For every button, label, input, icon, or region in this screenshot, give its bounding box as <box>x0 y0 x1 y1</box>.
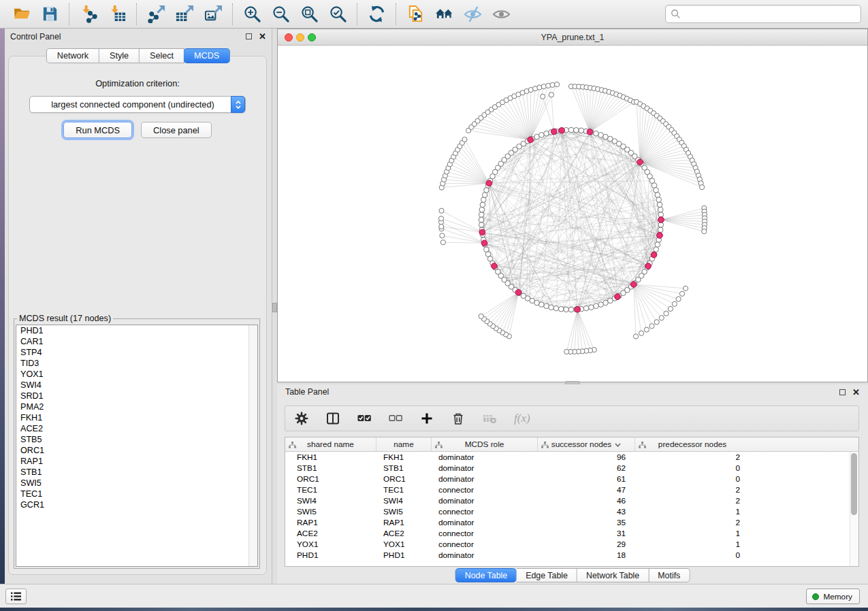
network-window-titlebar[interactable]: YPA_prune.txt_1 <box>278 29 867 46</box>
column-header-successor-nodes[interactable]: successor nodes <box>538 437 635 451</box>
save-icon[interactable] <box>35 2 64 27</box>
task-history-button[interactable] <box>5 589 27 604</box>
mcds-result-item[interactable]: PHD1 <box>16 325 257 336</box>
run-mcds-button[interactable]: Run MCDS <box>63 122 132 138</box>
tab-select[interactable]: Select <box>140 48 184 63</box>
select-all-icon[interactable] <box>357 412 371 425</box>
cell-name: STB1 <box>376 463 432 473</box>
mcds-result-item[interactable]: STB1 <box>16 467 257 478</box>
table-type-tabs: Node TableEdge TableNetwork TableMotifs <box>455 568 690 582</box>
table-row[interactable]: ACE2ACE2connector311 <box>285 528 858 539</box>
tab-mcds[interactable]: MCDS <box>184 48 230 63</box>
cell-successor-nodes: 47 <box>538 485 635 495</box>
table-scrollbar-thumb[interactable] <box>851 453 857 515</box>
show-all-icon[interactable] <box>487 2 515 27</box>
first-neighbors-icon[interactable] <box>430 2 458 27</box>
mcds-result-item[interactable]: GCR1 <box>16 499 257 510</box>
refresh-icon[interactable] <box>362 2 391 27</box>
table-row[interactable]: RAP1RAP1dominator352 <box>285 517 858 528</box>
close-panel-button[interactable]: Close panel <box>141 122 212 138</box>
zoom-selected-icon[interactable] <box>323 2 352 27</box>
float-panel-icon[interactable] <box>246 33 252 39</box>
table-row[interactable]: ORC1ORC1dominator610 <box>285 474 858 484</box>
close-panel-icon[interactable]: ✕ <box>259 32 266 41</box>
splitter-grabber[interactable] <box>272 303 277 312</box>
mcds-result-item[interactable]: FKH1 <box>16 412 257 423</box>
mcds-result-title: MCDS result (17 nodes) <box>17 314 113 323</box>
mcds-result-item[interactable]: SRD1 <box>16 391 257 401</box>
network-canvas[interactable] <box>278 46 867 382</box>
cell-successor-nodes: 35 <box>538 518 635 527</box>
cell-successor-nodes: 61 <box>538 474 635 484</box>
mcds-result-item[interactable]: TEC1 <box>16 489 257 499</box>
column-header-predecessor-nodes[interactable]: predecessor nodes <box>635 437 750 451</box>
table-scrollbar[interactable] <box>850 452 858 566</box>
gear-icon[interactable] <box>295 412 308 425</box>
mcds-result-item[interactable]: ACE2 <box>16 423 257 434</box>
tab-motifs[interactable]: Motifs <box>649 568 690 582</box>
table-row[interactable]: SWI5SWI5connector431 <box>285 506 858 517</box>
export-image-icon[interactable] <box>199 2 227 27</box>
column-header-shared-name[interactable]: shared name <box>285 437 376 451</box>
table-row[interactable]: PHD1PHD1dominator180 <box>285 550 858 561</box>
minimize-window-icon[interactable] <box>296 33 304 42</box>
open-file-icon[interactable] <box>7 2 35 27</box>
table-columns-icon[interactable] <box>326 412 340 425</box>
table-row[interactable]: FKH1FKH1dominator962 <box>285 452 858 463</box>
add-icon[interactable] <box>420 412 434 425</box>
cell-shared-name: YOX1 <box>285 540 376 549</box>
mcds-result-item[interactable]: SWI5 <box>16 478 257 489</box>
table-row[interactable]: YOX1YOX1connector291 <box>285 539 858 550</box>
mcds-list-scrollbar[interactable] <box>248 325 257 566</box>
close-window-icon[interactable] <box>285 33 293 42</box>
network-view[interactable] <box>278 46 867 382</box>
duplicate-network-icon[interactable] <box>401 2 430 27</box>
table-toolbar: f(x) <box>285 406 859 431</box>
maximize-window-icon[interactable] <box>308 33 316 42</box>
table-row[interactable]: TEC1TEC1connector472 <box>285 484 858 495</box>
cell-MCDS-role: dominator <box>432 496 538 506</box>
tab-network-table[interactable]: Network Table <box>577 568 649 582</box>
close-panel-icon[interactable]: ✕ <box>852 388 860 397</box>
control-panel-title: Control Panel <box>10 32 246 42</box>
import-table-icon[interactable] <box>103 2 131 27</box>
cell-shared-name: TEC1 <box>285 485 376 495</box>
tab-network[interactable]: Network <box>46 48 99 63</box>
search-input[interactable] <box>665 5 861 23</box>
mcds-result-item[interactable]: SWI4 <box>16 380 257 391</box>
cell-shared-name: SWI5 <box>285 507 376 516</box>
column-header-name[interactable]: name <box>376 437 432 451</box>
optimization-select[interactable]: largest connected component (undirected) <box>29 96 246 113</box>
import-network-icon[interactable] <box>74 2 103 27</box>
hide-selected-icon[interactable] <box>458 2 487 27</box>
mcds-result-item[interactable]: STB5 <box>16 434 257 445</box>
trash-icon[interactable] <box>451 412 465 425</box>
mcds-result-item[interactable]: YOX1 <box>16 369 257 380</box>
zoom-in-icon[interactable] <box>238 2 266 27</box>
mcds-result-item[interactable]: STP4 <box>16 347 257 358</box>
column-header-MCDS-role[interactable]: MCDS role <box>432 437 538 451</box>
memory-button[interactable]: Memory <box>806 589 860 604</box>
zoom-out-icon[interactable] <box>266 2 295 27</box>
toolbar-separator <box>69 3 69 25</box>
mcds-result-item[interactable]: PMA2 <box>16 401 257 412</box>
table-row[interactable]: STB1STB1dominator620 <box>285 463 858 474</box>
zoom-fit-icon[interactable] <box>295 2 323 27</box>
tab-style[interactable]: Style <box>99 48 140 63</box>
table-row[interactable]: SWI4SWI4dominator462 <box>285 495 858 506</box>
list-icon <box>10 591 22 601</box>
float-panel-icon[interactable] <box>839 389 846 395</box>
tab-node-table[interactable]: Node Table <box>455 568 517 582</box>
export-network-icon[interactable] <box>142 2 170 27</box>
mcds-result-item[interactable]: RAP1 <box>16 456 257 467</box>
cell-MCDS-role: connector <box>432 540 538 549</box>
mcds-result-item[interactable]: CAR1 <box>16 336 257 347</box>
mcds-result-item[interactable]: TID3 <box>16 358 257 369</box>
vertical-splitter[interactable] <box>272 29 277 584</box>
deselect-all-icon[interactable] <box>389 412 402 425</box>
mcds-result-item[interactable]: ORC1 <box>16 445 257 456</box>
tab-edge-table[interactable]: Edge Table <box>517 568 577 582</box>
cell-predecessor-nodes: 0 <box>635 463 750 473</box>
export-table-icon[interactable] <box>170 2 199 27</box>
mcds-result-list: PHD1CAR1STP4TID3YOX1SWI4SRD1PMA2FKH1ACE2… <box>16 325 258 567</box>
